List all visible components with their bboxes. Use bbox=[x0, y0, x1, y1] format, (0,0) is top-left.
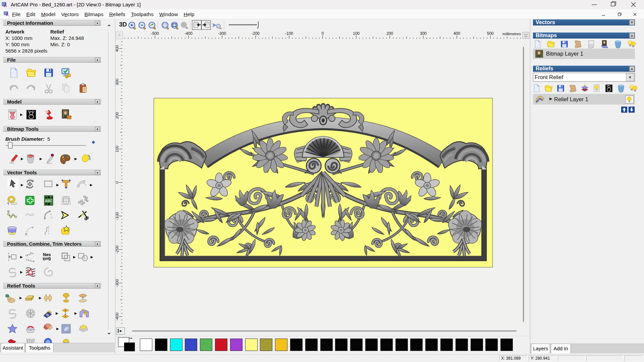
svg-text:288: 288 bbox=[606, 85, 609, 86]
svg-text:millimetres: millimetres bbox=[502, 32, 521, 36]
svg-text:300: 300 bbox=[420, 32, 427, 36]
svg-text:c u r v e: c u r v e bbox=[26, 258, 35, 263]
svg-text:-200: -200 bbox=[252, 32, 260, 36]
svg-text:200: 200 bbox=[386, 32, 393, 36]
svg-text:+: + bbox=[535, 99, 538, 104]
svg-text:-300: -300 bbox=[116, 279, 119, 287]
svg-text:0: 0 bbox=[322, 32, 324, 36]
svg-text:-400: -400 bbox=[184, 32, 193, 36]
svg-text:-400: -400 bbox=[116, 312, 119, 320]
svg-text:300: 300 bbox=[116, 78, 119, 85]
svg-text:400: 400 bbox=[116, 45, 119, 52]
svg-text:200: 200 bbox=[116, 112, 119, 119]
svg-text:-300: -300 bbox=[218, 32, 226, 36]
svg-text:100: 100 bbox=[116, 145, 119, 152]
svg-text:100: 100 bbox=[353, 32, 360, 36]
svg-text:400: 400 bbox=[453, 32, 460, 36]
svg-text:500: 500 bbox=[487, 32, 494, 36]
svg-text:ting: ting bbox=[42, 255, 51, 261]
svg-text:-200: -200 bbox=[116, 245, 119, 253]
svg-text:-100: -100 bbox=[116, 212, 119, 220]
svg-text:0: 0 bbox=[116, 181, 119, 184]
svg-text:-500: -500 bbox=[151, 32, 159, 36]
svg-text:-100: -100 bbox=[285, 32, 293, 36]
svg-text:ABC: ABC bbox=[45, 199, 52, 203]
